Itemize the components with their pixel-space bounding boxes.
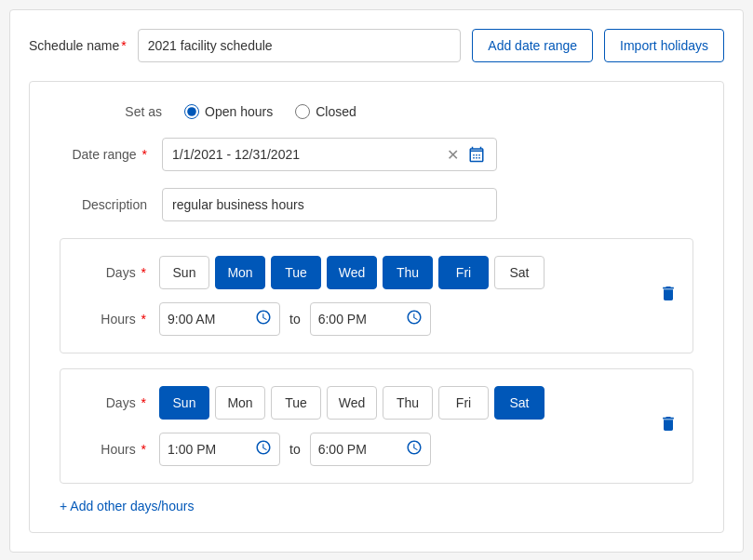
start-time-text-2: 1:00 PM (168, 442, 216, 457)
hours-row-1: Hours * 9:00 AM to 6:00 PM (75, 302, 678, 336)
days-row-1: Days * Sun Mon Tue Wed Thu Fri Sat (75, 256, 678, 289)
open-hours-label: Open hours (205, 104, 273, 119)
day-btn-tue-2[interactable]: Tue (271, 386, 321, 420)
day-btn-thu-2[interactable]: Thu (383, 386, 433, 420)
day-buttons-2: Sun Mon Tue Wed Thu Fri Sat (159, 386, 545, 420)
date-range-label: Date range * (60, 147, 162, 162)
day-btn-mon-1[interactable]: Mon (215, 256, 265, 289)
schedule-block-2: Days * Sun Mon Tue Wed Thu Fri Sat Hours… (60, 368, 693, 484)
days-label-1: Days * (75, 265, 159, 280)
open-hours-radio[interactable] (184, 104, 199, 119)
description-label: Description (60, 197, 162, 212)
clock-icon-start-2 (255, 439, 272, 460)
day-btn-wed-1[interactable]: Wed (327, 256, 377, 289)
end-time-input-1[interactable]: 6:00 PM (310, 302, 431, 336)
to-label-1: to (289, 312, 301, 327)
description-row: Description (60, 188, 693, 221)
day-btn-sat-1[interactable]: Sat (494, 256, 545, 289)
start-time-text-1: 9:00 AM (168, 312, 215, 327)
description-input[interactable] (162, 188, 497, 221)
delete-block-1-button[interactable] (655, 281, 681, 312)
main-card: Set as Open hours Closed Date range * 1/… (29, 81, 724, 533)
date-range-input[interactable]: 1/1/2021 - 12/31/2021 ✕ (162, 138, 497, 171)
schedule-block-1: Days * Sun Mon Tue Wed Thu Fri Sat Hours… (60, 238, 693, 353)
to-label-2: to (289, 442, 301, 457)
add-other-days-button[interactable]: + Add other days/hours (60, 499, 194, 513)
day-btn-sun-2[interactable]: Sun (159, 386, 209, 420)
calendar-icon[interactable] (466, 144, 487, 165)
import-holidays-button[interactable]: Import holidays (604, 29, 724, 62)
day-btn-wed-2[interactable]: Wed (327, 386, 377, 420)
page-container: Schedule name* Add date range Import hol… (9, 9, 744, 553)
day-btn-sat-2[interactable]: Sat (494, 386, 545, 420)
closed-radio-option[interactable]: Closed (295, 104, 356, 119)
date-range-value: 1/1/2021 - 12/31/2021 (172, 147, 445, 162)
clock-icon-start-1 (255, 309, 272, 329)
hours-label-1: Hours * (75, 312, 159, 327)
add-date-range-button[interactable]: Add date range (472, 29, 593, 62)
set-as-row: Set as Open hours Closed (60, 104, 693, 119)
set-as-label: Set as (60, 104, 162, 119)
delete-block-2-button[interactable] (655, 411, 681, 442)
clear-date-icon[interactable]: ✕ (445, 144, 461, 166)
clock-icon-end-2 (406, 439, 423, 460)
hours-label-2: Hours * (75, 442, 159, 457)
closed-radio[interactable] (295, 104, 310, 119)
open-hours-radio-option[interactable]: Open hours (184, 104, 273, 119)
end-time-text-2: 6:00 PM (318, 442, 367, 457)
days-row-2: Days * Sun Mon Tue Wed Thu Fri Sat (75, 386, 678, 420)
day-btn-thu-1[interactable]: Thu (383, 256, 433, 289)
start-time-input-1[interactable]: 9:00 AM (159, 302, 280, 336)
start-time-input-2[interactable]: 1:00 PM (159, 433, 280, 466)
day-buttons-1: Sun Mon Tue Wed Thu Fri Sat (159, 256, 545, 289)
day-btn-fri-1[interactable]: Fri (438, 256, 489, 289)
end-time-input-2[interactable]: 6:00 PM (310, 433, 431, 466)
schedule-name-label: Schedule name* (29, 38, 127, 53)
day-btn-sun-1[interactable]: Sun (159, 256, 209, 289)
days-label-2: Days * (75, 395, 159, 410)
top-bar: Schedule name* Add date range Import hol… (29, 29, 724, 62)
end-time-text-1: 6:00 PM (318, 312, 367, 327)
clock-icon-end-1 (406, 309, 423, 329)
hours-row-2: Hours * 1:00 PM to 6:00 PM (75, 433, 678, 466)
schedule-name-input[interactable] (138, 29, 462, 62)
date-icons: ✕ (445, 144, 487, 166)
day-btn-fri-2[interactable]: Fri (438, 386, 489, 420)
closed-label: Closed (316, 104, 356, 119)
date-range-row: Date range * 1/1/2021 - 12/31/2021 ✕ (60, 138, 693, 171)
day-btn-mon-2[interactable]: Mon (215, 386, 265, 420)
day-btn-tue-1[interactable]: Tue (271, 256, 321, 289)
